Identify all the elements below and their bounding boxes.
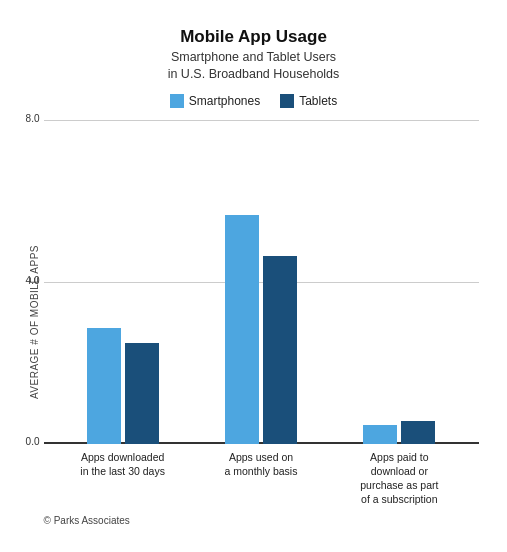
grid-and-bars: 8.0 4.0 0.0 bbox=[44, 120, 479, 444]
smartphones-swatch bbox=[170, 94, 184, 108]
chart-title: Mobile App Usage bbox=[29, 27, 479, 47]
bar-smartphones-3 bbox=[363, 425, 397, 444]
legend-tablets: Tablets bbox=[280, 94, 337, 108]
bar-group-3 bbox=[363, 421, 435, 444]
x-label-2: Apps used ona monthly basis bbox=[211, 450, 311, 507]
bar-smartphones-1 bbox=[87, 328, 121, 444]
bar-group-2 bbox=[225, 215, 297, 444]
chart-container: Mobile App Usage Smartphone and Tablet U… bbox=[9, 9, 499, 544]
bar-tablets-1 bbox=[125, 343, 159, 444]
tablets-legend-label: Tablets bbox=[299, 94, 337, 108]
smartphones-legend-label: Smartphones bbox=[189, 94, 260, 108]
legend-smartphones: Smartphones bbox=[170, 94, 260, 108]
bar-group-1 bbox=[87, 328, 159, 444]
x-label-1: Apps downloadedin the last 30 days bbox=[73, 450, 173, 507]
bar-tablets-3 bbox=[401, 421, 435, 444]
chart-legend: Smartphones Tablets bbox=[29, 94, 479, 108]
copyright: © Parks Associates bbox=[44, 515, 479, 526]
tablets-swatch bbox=[280, 94, 294, 108]
bar-tablets-2 bbox=[263, 256, 297, 444]
bars-row bbox=[44, 120, 479, 444]
plot-area: 8.0 4.0 0.0 bbox=[44, 120, 479, 526]
y-axis-label: AVERAGE # OF MOBILE APPS bbox=[29, 245, 40, 399]
chart-subtitle: Smartphone and Tablet Users in U.S. Broa… bbox=[29, 49, 479, 84]
chart-area: AVERAGE # OF MOBILE APPS 8.0 4.0 0.0 bbox=[29, 120, 479, 526]
bar-smartphones-2 bbox=[225, 215, 259, 444]
x-labels: Apps downloadedin the last 30 days Apps … bbox=[44, 450, 479, 507]
x-label-3: Apps paid todownload orpurchase as parto… bbox=[349, 450, 449, 507]
